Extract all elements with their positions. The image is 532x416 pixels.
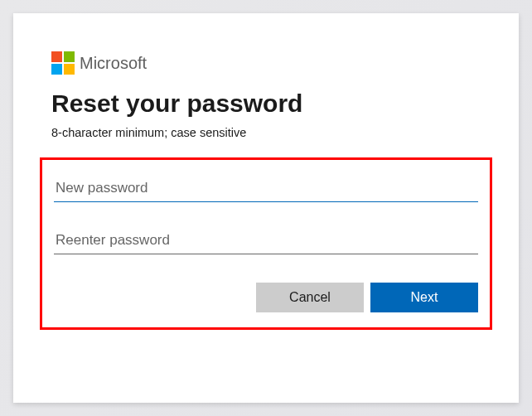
page-title: Reset your password	[51, 89, 481, 118]
reenter-password-input[interactable]	[54, 225, 478, 254]
logo-square-red	[51, 51, 62, 62]
microsoft-logo-icon	[51, 51, 75, 75]
reenter-password-field-wrap	[54, 225, 478, 254]
brand-name: Microsoft	[80, 54, 147, 73]
logo-square-green	[64, 51, 75, 62]
next-button[interactable]: Next	[370, 283, 478, 312]
password-requirements: 8-character minimum; case sensitive	[51, 126, 481, 139]
dialog-card: Microsoft Reset your password 8-characte…	[13, 13, 519, 403]
highlight-annotation: Cancel Next	[40, 157, 492, 330]
logo-square-blue	[51, 64, 62, 75]
button-row: Cancel Next	[54, 283, 478, 312]
new-password-field-wrap	[54, 173, 478, 202]
cancel-button[interactable]: Cancel	[256, 283, 364, 312]
dialog-inner: Microsoft Reset your password 8-characte…	[13, 13, 519, 355]
new-password-input[interactable]	[54, 173, 478, 202]
brand-row: Microsoft	[51, 51, 481, 75]
logo-square-yellow	[64, 64, 75, 75]
